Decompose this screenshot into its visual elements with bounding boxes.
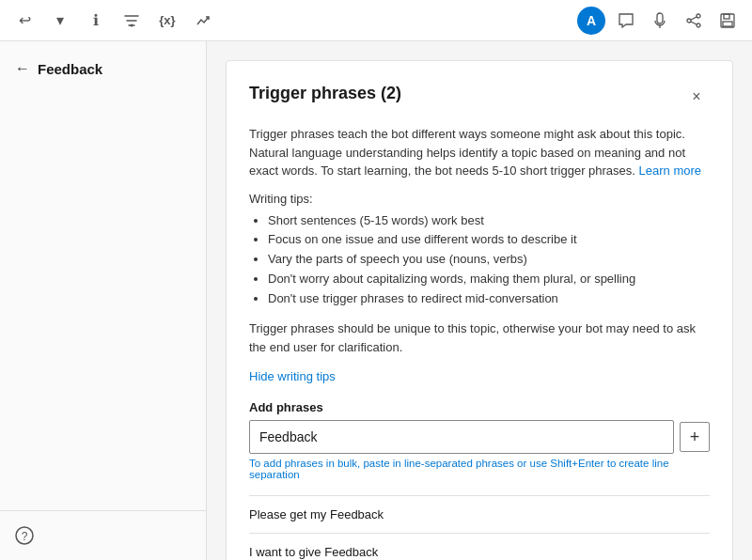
svg-point-2 (697, 14, 700, 18)
tip-item: Don't use trigger phrases to redirect mi… (268, 289, 710, 309)
comment-icon[interactable] (613, 8, 639, 34)
undo-icon[interactable]: ↩ (11, 8, 38, 34)
help-icon[interactable]: ? (11, 522, 38, 549)
svg-text:?: ? (22, 530, 28, 543)
top-toolbar: ↩ ▾ ℹ {x} A (0, 0, 752, 41)
save-icon[interactable] (714, 8, 741, 34)
phrase-item: Please get my Feedback (249, 496, 710, 534)
dropdown-icon[interactable]: ▾ (47, 8, 73, 34)
svg-rect-9 (723, 22, 732, 26)
bulk-hint: To add phrases in bulk, paste in line-se… (249, 458, 710, 480)
user-avatar[interactable]: A (577, 7, 605, 35)
toolbar-right: A (577, 7, 741, 35)
sidebar-bottom: ? (0, 510, 206, 560)
phrase-input[interactable] (249, 420, 674, 454)
modal-header: Trigger phrases (2) × (249, 84, 710, 110)
microphone-icon[interactable] (647, 8, 673, 34)
phrase-input-row: + (249, 420, 710, 454)
svg-line-6 (691, 22, 697, 24)
chart-icon[interactable] (190, 8, 216, 34)
shortcut-highlight: Shift+Enter (550, 458, 603, 469)
back-button[interactable]: ← Feedback (0, 53, 206, 85)
content-panel: Trigger phrases (2) × Trigger phrases te… (207, 41, 752, 560)
add-phrase-button[interactable]: + (680, 422, 710, 452)
info-icon[interactable]: ℹ (83, 8, 109, 34)
modal-description: Trigger phrases teach the bot different … (249, 125, 710, 180)
add-phrases-label: Add phrases (249, 400, 710, 414)
toolbar-left: ↩ ▾ ℹ {x} (11, 8, 216, 34)
svg-rect-8 (724, 14, 729, 19)
sidebar-title: Feedback (38, 61, 102, 77)
tip-item: Don't worry about capitalizing words, ma… (268, 270, 710, 289)
learn-more-link[interactable]: Learn more (639, 163, 701, 178)
svg-line-5 (691, 17, 697, 20)
tip-item: Short sentences (5-15 words) work best (268, 211, 710, 231)
modal-title: Trigger phrases (2) (249, 84, 401, 103)
main-area: ← Feedback ? Trigger phrases (2) × Trigg… (0, 41, 752, 560)
unique-note: Trigger phrases should be unique to this… (249, 319, 710, 356)
svg-point-4 (697, 23, 700, 27)
share-icon[interactable] (681, 8, 707, 34)
hide-tips-link[interactable]: Hide writing tips (249, 369, 336, 383)
svg-point-0 (131, 23, 133, 26)
phrase-item: I want to give Feedback (249, 534, 710, 560)
variable-icon[interactable]: {x} (154, 8, 180, 34)
sidebar: ← Feedback ? (0, 41, 207, 560)
filter-icon[interactable] (118, 8, 145, 34)
trigger-phrases-panel: Trigger phrases (2) × Trigger phrases te… (226, 60, 733, 560)
writing-tips-header: Writing tips: (249, 192, 710, 206)
back-arrow-icon: ← (15, 60, 30, 77)
close-button[interactable]: × (683, 84, 710, 110)
tip-item: Focus on one issue and use different wor… (268, 230, 710, 250)
svg-point-3 (687, 19, 691, 23)
tips-list: Short sentences (5-15 words) work best F… (249, 211, 710, 309)
tip-item: Vary the parts of speech you use (nouns,… (268, 250, 710, 270)
